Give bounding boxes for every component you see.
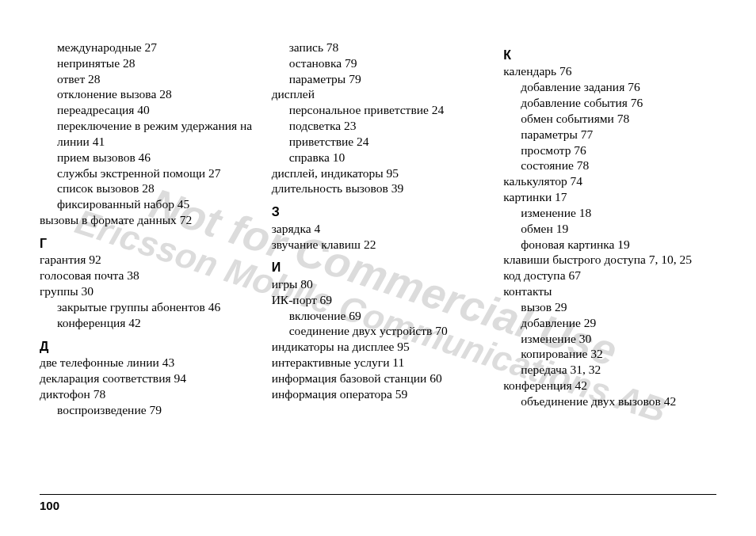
index-entry: игры 80: [272, 276, 485, 292]
index-entry: фиксированный набор 45: [40, 196, 253, 212]
index-entry: изменение 30: [503, 331, 716, 347]
index-entry: голосовая почта 38: [40, 268, 253, 283]
index-letter: Д: [40, 339, 253, 355]
index-entry: добавление события 76: [503, 95, 716, 111]
index-entry: параметры 77: [503, 127, 716, 143]
index-entry: зарядка 4: [272, 221, 485, 237]
index-entry: обмен 19: [503, 221, 716, 237]
index-entry: декларация соответствия 94: [40, 371, 253, 386]
index-entry: список вызовов 28: [40, 181, 253, 196]
index-entry: просмотр 76: [503, 143, 716, 158]
index-entry: фоновая картинка 19: [503, 237, 716, 253]
index-entry: переадресация 40: [40, 102, 253, 118]
page: международные 27непринятые 28ответ 28отк…: [0, 0, 756, 536]
index-entry: контакты: [503, 283, 716, 299]
index-columns: международные 27непринятые 28ответ 28отк…: [40, 40, 716, 467]
index-letter: Г: [40, 236, 253, 252]
index-entry: клавиши быстрого доступа 7, 10, 25: [503, 252, 716, 268]
index-letter: З: [272, 204, 485, 220]
index-letter: К: [503, 48, 716, 63]
index-entry: добавление 29: [503, 315, 716, 331]
index-entry: объединение двух вызовов 42: [503, 393, 716, 409]
index-entry: вызов 29: [503, 299, 716, 315]
index-entry: добавление задания 76: [503, 79, 716, 95]
index-entry: калькулятор 74: [503, 173, 716, 189]
index-entry: диктофон 78: [40, 386, 253, 402]
index-entry: передача 31, 32: [503, 362, 716, 378]
index-entry: закрытые группы абонентов 46: [40, 299, 253, 315]
index-entry: справка 10: [272, 150, 485, 165]
index-entry: вызовы в формате данных 72: [40, 212, 253, 228]
index-entry: дисплей: [272, 86, 485, 102]
index-entry: звучание клавиш 22: [272, 237, 485, 253]
page-number: 100: [40, 499, 59, 512]
index-entry: гарантия 92: [40, 252, 253, 268]
index-entry: интерактивные услуги 11: [272, 355, 485, 371]
index-entry: остановка 79: [272, 55, 485, 71]
index-entry: картинки 17: [503, 189, 716, 205]
index-entry: службы экстренной помощи 27: [40, 165, 253, 181]
index-entry: параметры 79: [272, 71, 485, 87]
index-entry: отклонение вызова 28: [40, 86, 253, 102]
index-entry: изменение 18: [503, 205, 716, 221]
index-entry: персональное приветствие 24: [272, 102, 485, 118]
index-entry: конференция 42: [503, 378, 716, 393]
index-entry: включение 69: [272, 308, 485, 324]
index-entry: ответ 28: [40, 71, 253, 87]
index-entry: запись 78: [272, 40, 485, 55]
index-entry: приветствие 24: [272, 134, 485, 150]
index-entry: дисплей, индикаторы 95: [272, 165, 485, 181]
index-entry: подсветка 23: [272, 118, 485, 134]
index-entry: две телефонные линии 43: [40, 355, 253, 371]
index-entry: информация оператора 59: [272, 386, 485, 402]
index-entry: индикаторы на дисплее 95: [272, 339, 485, 355]
index-entry: информация базовой станции 60: [272, 371, 485, 386]
index-entry: ИК-порт 69: [272, 292, 485, 308]
index-entry: прием вызовов 46: [40, 150, 253, 165]
index-entry: конференция 42: [40, 315, 253, 331]
index-letter: И: [272, 260, 485, 276]
index-entry: копирование 32: [503, 346, 716, 362]
index-entry: календарь 76: [503, 63, 716, 79]
index-entry: состояние 78: [503, 158, 716, 173]
index-entry: код доступа 67: [503, 268, 716, 283]
index-entry: соединение двух устройств 70: [272, 323, 485, 339]
index-entry: длительность вызовов 39: [272, 181, 485, 196]
index-entry: воспроизведение 79: [40, 402, 253, 418]
index-entry: переключение в режим удержания на линии …: [40, 118, 253, 150]
index-entry: международные 27: [40, 40, 253, 55]
index-entry: обмен событиями 78: [503, 111, 716, 127]
index-entry: непринятые 28: [40, 55, 253, 71]
index-entry: группы 30: [40, 283, 253, 299]
footer-rule: [40, 494, 716, 495]
